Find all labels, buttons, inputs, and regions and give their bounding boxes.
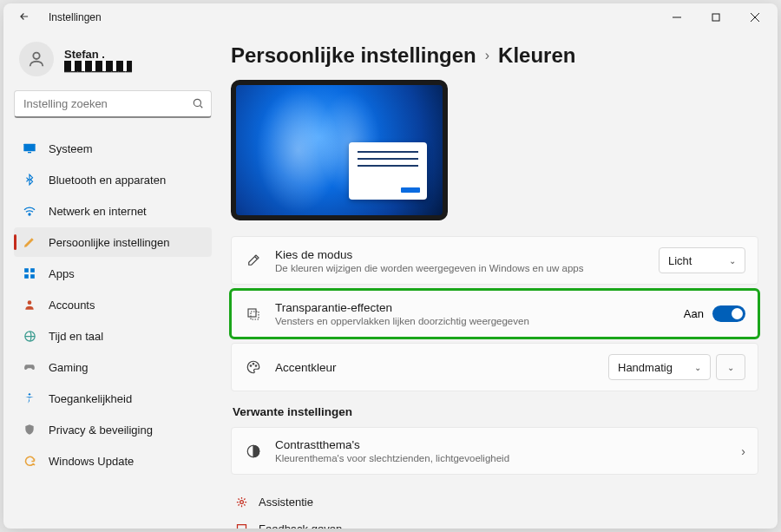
row-desc: Vensters en oppervlakken lijken doorzich… (275, 316, 684, 326)
main-content: Persoonlijke instellingen › Kleuren Kies… (222, 31, 778, 529)
nav-label: Toegankelijkheid (49, 392, 132, 405)
preview-window-icon (349, 142, 427, 200)
search-icon (192, 97, 204, 113)
sidebar-item-privacy[interactable]: Privacy & beveiliging (14, 415, 212, 444)
search-wrap (14, 90, 212, 118)
minimize-button[interactable] (657, 3, 696, 31)
close-button[interactable] (735, 3, 774, 31)
svg-point-20 (253, 364, 254, 365)
chevron-down-icon: ⌄ (727, 363, 734, 372)
sidebar-item-system[interactable]: Systeem (14, 134, 212, 163)
bluetooth-icon (23, 173, 36, 187)
svg-rect-13 (30, 274, 35, 279)
svg-rect-11 (30, 268, 35, 273)
feedback-icon (234, 522, 248, 529)
svg-rect-12 (24, 274, 29, 279)
nav-label: Tijd en taal (49, 330, 103, 343)
sidebar-item-update[interactable]: Windows Update (14, 446, 212, 476)
contrast-row[interactable]: Contrastthema's Kleurenthema's voor slec… (231, 427, 758, 475)
breadcrumb-parent[interactable]: Persoonlijke instellingen (231, 43, 476, 68)
theme-preview (231, 80, 448, 220)
nav-label: Windows Update (49, 455, 134, 468)
svg-rect-7 (23, 144, 35, 152)
apps-icon (23, 266, 36, 280)
sidebar-item-time[interactable]: Tijd en taal (14, 321, 212, 351)
svg-point-5 (194, 99, 200, 106)
sidebar-item-network[interactable]: Netwerk en internet (14, 196, 212, 226)
nav-label: Accounts (49, 299, 95, 312)
accent-select[interactable]: Handmatig ⌄ (608, 354, 711, 380)
select-value: Handmatig (618, 361, 673, 374)
chevron-right-icon: › (741, 444, 745, 458)
avatar (19, 42, 54, 76)
palette-icon (244, 359, 263, 375)
help-link[interactable]: Assistentie (231, 489, 758, 516)
help-icon (234, 496, 248, 509)
nav-label: Gaming (49, 361, 89, 374)
link-label: Assistentie (259, 496, 313, 509)
wifi-icon (23, 204, 36, 218)
chevron-right-icon: › (485, 48, 489, 63)
user-block[interactable]: Stefan . ██████████ (14, 36, 212, 90)
accent-row[interactable]: Accentkleur Handmatig ⌄ ⌄ (231, 343, 758, 391)
person-icon (23, 298, 36, 312)
toggle-state-label: Aan (684, 307, 704, 320)
svg-point-21 (255, 365, 257, 367)
nav-label: Privacy & beveiliging (49, 424, 153, 437)
row-title: Contrastthema's (275, 438, 734, 451)
svg-rect-1 (712, 14, 719, 21)
update-icon (23, 454, 36, 468)
breadcrumb-current: Kleuren (498, 43, 575, 68)
nav-label: Netwerk en internet (49, 205, 147, 218)
sidebar-item-accounts[interactable]: Accounts (14, 290, 212, 319)
search-input[interactable] (14, 90, 212, 118)
gamepad-icon (23, 360, 36, 374)
accent-expand-button[interactable]: ⌄ (716, 354, 745, 380)
svg-rect-8 (28, 152, 31, 153)
nav-label: Bluetooth en apparaten (49, 174, 166, 187)
row-title: Accentkleur (275, 361, 608, 374)
link-label: Feedback geven (259, 522, 342, 529)
sidebar-item-apps[interactable]: Apps (14, 259, 212, 288)
mode-select[interactable]: Licht ⌄ (659, 247, 745, 273)
svg-point-9 (29, 213, 30, 215)
display-icon (23, 141, 36, 155)
svg-point-19 (250, 365, 252, 367)
transparency-icon (244, 306, 263, 322)
svg-point-16 (29, 393, 30, 395)
accessibility-icon (23, 391, 36, 405)
feedback-link[interactable]: Feedback geven (231, 516, 758, 529)
row-desc: De kleuren wijzigen die worden weergegev… (275, 263, 659, 273)
nav-label: Systeem (49, 142, 93, 155)
related-heading: Verwante instellingen (233, 405, 758, 418)
breadcrumb: Persoonlijke instellingen › Kleuren (231, 43, 758, 68)
brush-icon (23, 235, 36, 249)
contrast-icon (244, 443, 263, 459)
sidebar-item-gaming[interactable]: Gaming (14, 352, 212, 382)
svg-point-4 (33, 53, 39, 59)
brush-outline-icon (244, 253, 263, 268)
window-title: Instellingen (49, 11, 102, 23)
maximize-button[interactable] (696, 3, 735, 31)
transparency-row[interactable]: Transparantie-effecten Vensters en opper… (231, 290, 758, 338)
row-title: Kies de modus (275, 248, 659, 261)
mode-row[interactable]: Kies de modus De kleuren wijzigen die wo… (231, 236, 758, 285)
nav-label: Apps (49, 267, 75, 280)
shield-icon (23, 423, 36, 437)
sidebar-item-accessibility[interactable]: Toegankelijkheid (14, 384, 212, 413)
toggle-switch[interactable] (712, 305, 745, 322)
back-button[interactable] (16, 10, 33, 25)
user-name: Stefan . (64, 48, 132, 61)
svg-line-6 (200, 106, 203, 108)
svg-rect-18 (251, 312, 259, 319)
chevron-down-icon: ⌄ (694, 363, 701, 372)
globe-clock-icon (23, 329, 36, 343)
svg-point-14 (28, 300, 32, 305)
transparency-toggle: Aan (684, 305, 745, 322)
svg-rect-10 (24, 268, 29, 273)
svg-point-23 (240, 501, 243, 504)
user-email: ██████████ (64, 61, 132, 71)
sidebar-item-bluetooth[interactable]: Bluetooth en apparaten (14, 165, 212, 194)
sidebar-item-personalization[interactable]: Persoonlijke instellingen (14, 227, 212, 257)
svg-rect-17 (248, 309, 256, 317)
